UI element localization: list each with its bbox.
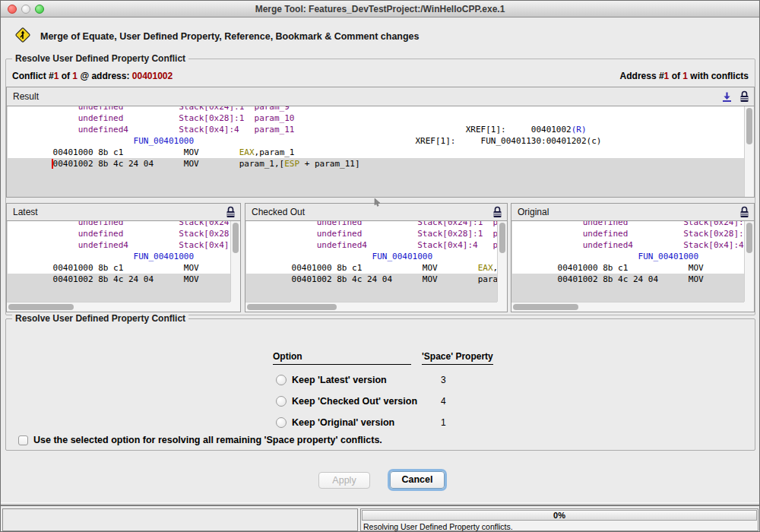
- checked-out-horizontal-scrollbar[interactable]: [245, 302, 497, 312]
- checked-out-panel-title: Checked Out: [252, 207, 492, 217]
- merge-tool-window: Merge Tool: Features_DevTestProject:/Win…: [0, 0, 760, 532]
- property-value: 3: [441, 375, 446, 385]
- progress-bar: 0%: [362, 510, 757, 521]
- status-divider: [1, 502, 759, 506]
- result-listing[interactable]: undefined Stack[0x24]:1 param_9 undefine…: [8, 106, 744, 197]
- address-counter: Address #1 of 1 with conflicts: [620, 71, 749, 81]
- latest-horizontal-scrollbar[interactable]: [7, 302, 230, 312]
- radio-label: Keep 'Checked Out' version: [292, 396, 429, 407]
- conflict-counter: Conflict #1 of 1 @ address: 00401002: [12, 71, 173, 81]
- scroll-to-end-icon[interactable]: [721, 91, 733, 103]
- minimize-button[interactable]: [21, 5, 30, 14]
- original-panel-title: Original: [518, 207, 739, 217]
- status-right-panel: 0% Resolving User Defined Property confl…: [360, 508, 758, 531]
- result-panel-title: Result: [13, 91, 721, 102]
- latest-vertical-scrollbar[interactable]: [230, 221, 240, 302]
- option-row: Keep 'Latest' version3: [276, 369, 595, 391]
- radio-keep-latest-version[interactable]: [276, 375, 287, 385]
- original-panel: Original undefined Stack[0x24]:1 param_9: [511, 203, 755, 312]
- lock-icon[interactable]: [739, 206, 749, 218]
- apply-button[interactable]: Apply: [318, 472, 370, 489]
- options-group-title: Resolve User Defined Property Conflict: [12, 313, 188, 324]
- property-value: 1: [441, 417, 446, 428]
- lock-icon[interactable]: [226, 206, 236, 218]
- merge-sign-icon: [14, 27, 31, 46]
- property-value: 4: [441, 396, 446, 407]
- original-vertical-scrollbar[interactable]: [744, 221, 754, 302]
- use-for-all-checkbox-label: Use the selected option for resolving al…: [33, 435, 382, 445]
- option-rows: Keep 'Latest' version3Keep 'Checked Out'…: [276, 369, 595, 433]
- cancel-button[interactable]: Cancel: [390, 471, 445, 489]
- result-vertical-scrollbar[interactable]: [744, 106, 754, 197]
- original-horizontal-scrollbar[interactable]: [511, 302, 744, 312]
- status-left-panel: [2, 508, 358, 531]
- status-message: Resolving User Defined Property conflict…: [363, 522, 513, 531]
- result-panel: Result: [6, 87, 755, 198]
- title-bar: Merge Tool: Features_DevTestProject:/Win…: [1, 1, 759, 17]
- conflict-group-title: Resolve User Defined Property Conflict: [12, 53, 188, 64]
- option-row: Keep 'Checked Out' version4: [276, 391, 595, 412]
- original-listing[interactable]: undefined Stack[0x24]:1 param_9 undefine…: [512, 220, 744, 302]
- mouse-cursor: [374, 196, 381, 210]
- checked-out-panel: Checked Out undefined Stack[0x24]:1 para…: [245, 203, 508, 312]
- lock-icon[interactable]: [739, 90, 749, 103]
- option-column-header: Option: [273, 351, 411, 365]
- latest-panel-title: Latest: [13, 207, 226, 217]
- latest-panel: Latest undefined Stack[0x24]:1 param_9 u: [6, 203, 241, 312]
- lock-icon[interactable]: [492, 206, 502, 218]
- radio-keep-checked-out-version[interactable]: [276, 396, 287, 407]
- zoom-button[interactable]: [35, 5, 44, 14]
- use-for-all-checkbox[interactable]: [18, 435, 28, 445]
- checked-out-vertical-scrollbar[interactable]: [497, 221, 507, 302]
- radio-keep-original-version[interactable]: [276, 417, 287, 428]
- space-property-column-header: 'Space' Property: [422, 351, 493, 365]
- option-row: Keep 'Original' version1: [276, 412, 595, 433]
- latest-listing[interactable]: undefined Stack[0x24]:1 param_9 undefine…: [8, 220, 230, 302]
- window-title: Merge Tool: Features_DevTestProject:/Win…: [255, 4, 505, 14]
- options-group: Resolve User Defined Property Conflict O…: [5, 318, 755, 451]
- radio-label: Keep 'Original' version: [292, 417, 429, 428]
- radio-label: Keep 'Latest' version: [292, 375, 429, 385]
- close-button[interactable]: [8, 5, 17, 14]
- merge-header-text: Merge of Equate, User Defined Property, …: [40, 31, 420, 42]
- checked-out-listing[interactable]: undefined Stack[0x24]:1 param_9 undefine…: [246, 220, 497, 302]
